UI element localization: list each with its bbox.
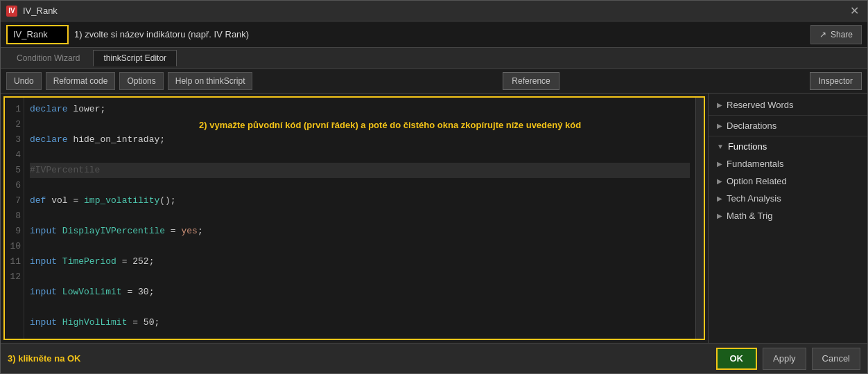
chevron-right-icon-3: [717, 160, 722, 168]
share-button[interactable]: ↗ Share: [810, 25, 862, 44]
close-button[interactable]: ✕: [847, 4, 862, 17]
tab-condition-wizard-label: Condition Wizard: [17, 53, 80, 63]
share-label: Share: [831, 30, 853, 39]
chevron-right-icon: [717, 101, 722, 109]
editor-panel: 1 2 3 4 5 6 7 8 9 10 11 12 declare lower…: [3, 96, 705, 340]
app-icon: IV: [6, 6, 17, 17]
sidebar-item-functions[interactable]: Functions: [709, 138, 867, 155]
options-button[interactable]: Options: [119, 72, 163, 90]
sidebar-item-fundamentals-label: Fundamentals: [727, 159, 783, 169]
share-icon: ↗: [819, 30, 826, 39]
sidebar-item-math-trig-label: Math & Trig: [727, 211, 772, 221]
chevron-right-icon-6: [717, 212, 722, 220]
apply-button[interactable]: Apply: [763, 348, 806, 370]
code-area[interactable]: 1 2 3 4 5 6 7 8 9 10 11 12 declare lower…: [5, 98, 704, 339]
sidebar-item-tech-analysis-label: Tech Analysis: [727, 193, 781, 204]
sidebar-item-functions-label: Functions: [728, 141, 767, 152]
tab-thinkscript-editor-label: thinkScript Editor: [103, 53, 166, 63]
inspector-button[interactable]: Inspector: [810, 72, 862, 90]
annotation3: 3) klikněte na OK: [8, 353, 80, 364]
toolbar: Undo Reformat code Options Help on think…: [1, 69, 867, 93]
reformat-code-button[interactable]: Reformat code: [46, 72, 116, 90]
tabs-row: Condition Wizard thinkScript Editor: [1, 48, 867, 69]
title-bar: IV IV_Rank ✕: [1, 1, 867, 21]
sidebar-item-declarations-label: Declarations: [727, 121, 776, 131]
main-window: IV IV_Rank ✕ 1) zvolte si název indikáto…: [0, 0, 868, 374]
sidebar-item-option-related[interactable]: Option Related: [709, 172, 867, 190]
ok-button[interactable]: OK: [716, 348, 758, 370]
sidebar-item-fundamentals[interactable]: Fundamentals: [709, 155, 867, 172]
chevron-right-icon-5: [717, 195, 722, 202]
name-hint: 1) zvolte si název indikátoru (např. IV …: [74, 29, 249, 39]
sidebar: Reserved Words Declarations Functions Fu…: [708, 93, 867, 343]
sidebar-divider-1: [709, 115, 867, 116]
sidebar-divider-2: [709, 136, 867, 136]
chevron-right-icon-4: [717, 177, 722, 185]
window-title: IV_Rank: [23, 6, 58, 16]
sidebar-item-math-trig[interactable]: Math & Trig: [709, 207, 867, 224]
sidebar-item-tech-analysis[interactable]: Tech Analysis: [709, 190, 867, 207]
bottom-bar: 3) klikněte na OK OK Apply Cancel: [1, 343, 867, 373]
line-numbers: 1 2 3 4 5 6 7 8 9 10 11 12: [5, 98, 24, 339]
reference-button[interactable]: Reference: [503, 72, 559, 90]
cancel-button[interactable]: Cancel: [812, 348, 860, 370]
name-bar: 1) zvolte si název indikátoru (např. IV …: [1, 21, 867, 48]
main-area: 1 2 3 4 5 6 7 8 9 10 11 12 declare lower…: [1, 93, 867, 343]
undo-button[interactable]: Undo: [6, 72, 42, 90]
sidebar-item-option-related-label: Option Related: [727, 176, 787, 186]
tab-condition-wizard[interactable]: Condition Wizard: [6, 50, 90, 66]
code-content[interactable]: declare lower; declare hide_on_intraday;…: [24, 98, 695, 339]
sidebar-item-reserved-words-label: Reserved Words: [727, 100, 794, 110]
tab-thinkscript-editor[interactable]: thinkScript Editor: [93, 50, 177, 66]
sidebar-item-declarations[interactable]: Declarations: [709, 117, 867, 134]
sidebar-item-reserved-words[interactable]: Reserved Words: [709, 96, 867, 114]
vertical-scrollbar[interactable]: [695, 98, 704, 339]
chevron-down-icon: [717, 143, 724, 150]
chevron-right-icon-2: [717, 122, 722, 130]
indicator-name-input[interactable]: [6, 25, 69, 44]
help-button[interactable]: Help on thinkScript: [168, 72, 253, 90]
